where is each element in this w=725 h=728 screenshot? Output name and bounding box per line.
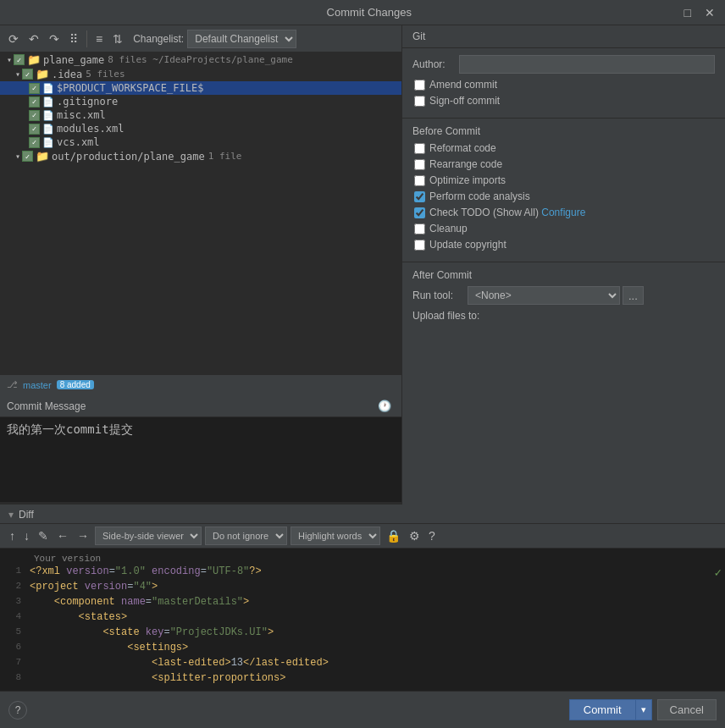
cancel-button[interactable]: Cancel bbox=[657, 699, 717, 720]
arrow-idea: ▾ bbox=[15, 69, 20, 79]
diff-collapse-button[interactable]: ▾ bbox=[7, 509, 15, 521]
reformat-checkbox[interactable] bbox=[414, 143, 425, 154]
upload-label: Upload files to: bbox=[412, 310, 479, 322]
checkbox-product[interactable] bbox=[29, 83, 40, 94]
diff-line-1: 1 <?xml version="1.0" encoding="UTF-8"?>… bbox=[0, 565, 725, 581]
update-copyright-row: Update copyright bbox=[412, 239, 715, 251]
author-section: Author: Amend commit Sign-off commit bbox=[402, 48, 725, 119]
checkbox-root[interactable] bbox=[14, 54, 25, 65]
tree-text-product: $PRODUCT_WORKSPACE_FILE$ bbox=[57, 82, 203, 94]
tree-item-idea[interactable]: ▾ 📁 .idea 5 files bbox=[0, 67, 401, 81]
commit-message-input[interactable]: 我的第一次commit提交 bbox=[0, 417, 401, 502]
checkbox-gitignore[interactable] bbox=[29, 97, 40, 108]
tree-item-misc[interactable]: 📄 misc.xml bbox=[0, 108, 401, 122]
diff-line-num-2: 2 bbox=[0, 581, 30, 591]
folder-icon-idea: 📁 bbox=[36, 68, 49, 80]
diff-next-button[interactable]: → bbox=[75, 527, 91, 544]
commit-message-clock-button[interactable]: 🕐 bbox=[374, 398, 395, 414]
commit-button[interactable]: Commit bbox=[569, 699, 635, 720]
checkbox-modules[interactable] bbox=[29, 124, 40, 135]
git-tab[interactable]: Git bbox=[402, 25, 725, 48]
diff-line-6: 6 <settings> bbox=[0, 642, 725, 657]
optimize-checkbox[interactable] bbox=[414, 175, 425, 186]
help-button[interactable]: ? bbox=[8, 701, 27, 720]
diff-ignore-select[interactable]: Do not ignore bbox=[205, 527, 287, 545]
expand-button[interactable]: ≡ bbox=[92, 30, 106, 47]
diff-edit-button[interactable]: ✎ bbox=[36, 527, 51, 544]
cleanup-checkbox[interactable] bbox=[414, 223, 425, 234]
check-todo-row: Check TODO (Show All) Configure bbox=[412, 207, 715, 218]
diff-up-button[interactable]: ↑ bbox=[7, 527, 18, 544]
minimize-button[interactable]: □ bbox=[681, 6, 695, 19]
diff-help-button[interactable]: ? bbox=[426, 527, 438, 544]
diff-line-8: 8 <splitter-proportions> bbox=[0, 672, 725, 687]
cleanup-row: Cleanup bbox=[412, 223, 715, 234]
optimize-label: Optimize imports bbox=[429, 174, 506, 186]
diff-toolbar: ↑ ↓ ✎ ← → Side-by-side viewer Do not ign… bbox=[0, 524, 725, 549]
run-tool-dots-button[interactable]: ... bbox=[623, 286, 644, 305]
changelist-select[interactable]: Default Changelist bbox=[187, 30, 296, 48]
diff-prev-button[interactable]: ← bbox=[54, 527, 71, 544]
signoff-row: Sign-off commit bbox=[412, 95, 715, 107]
reformat-label: Reformat code bbox=[429, 142, 496, 154]
diff-viewer-select[interactable]: Side-by-side viewer bbox=[95, 527, 202, 545]
diff-code: Your version 1 <?xml version="1.0" encod… bbox=[0, 549, 725, 691]
run-tool-select[interactable]: <None> bbox=[468, 286, 620, 305]
amend-commit-checkbox[interactable] bbox=[414, 80, 425, 91]
update-copyright-checkbox[interactable] bbox=[414, 240, 425, 251]
diff-line-content-1: <?xml version="1.0" encoding="UTF-8"?> bbox=[30, 565, 715, 577]
rearrange-checkbox[interactable] bbox=[414, 159, 425, 170]
diff-down-button[interactable]: ↓ bbox=[21, 527, 32, 544]
tree-item-gitignore[interactable]: 📄 .gitignore bbox=[0, 95, 401, 108]
author-row: Author: bbox=[412, 55, 715, 74]
sort-button[interactable]: ⇅ bbox=[109, 30, 126, 47]
check-todo-checkbox[interactable] bbox=[414, 207, 425, 218]
diff-line-content-6: <settings> bbox=[30, 642, 725, 654]
diff-line-num-6: 6 bbox=[0, 642, 30, 652]
after-commit-title: After Commit bbox=[412, 269, 715, 281]
diff-line-content-7: <last-edited>13</last-edited> bbox=[30, 657, 725, 669]
diff-line-num-1: 1 bbox=[0, 565, 30, 576]
perform-code-checkbox[interactable] bbox=[414, 191, 425, 202]
checkbox-vcs[interactable] bbox=[29, 137, 40, 148]
signoff-checkbox[interactable] bbox=[414, 96, 425, 107]
redo-button[interactable]: ↷ bbox=[46, 30, 63, 47]
tree-text-vcs: vcs.xml bbox=[57, 136, 100, 148]
diff-header: ▾ Diff bbox=[0, 506, 725, 524]
diff-line-4: 4 <states> bbox=[0, 611, 725, 626]
file-icon-vcs: 📄 bbox=[42, 137, 54, 148]
title-bar: Commit Changes □ ✕ bbox=[0, 0, 725, 25]
diff-check-1: ✓ bbox=[715, 565, 725, 580]
badge-out: 1 file bbox=[208, 151, 242, 162]
author-input[interactable] bbox=[459, 55, 715, 74]
branch-bar: ⎇ master 8 added bbox=[0, 374, 401, 394]
diff-line-content-5: <state key="ProjectJDKs.UI"> bbox=[30, 626, 725, 638]
diff-highlight-select[interactable]: Highlight words bbox=[291, 527, 380, 545]
tree-item-product[interactable]: 📄 $PRODUCT_WORKSPACE_FILE$ bbox=[0, 81, 401, 95]
settings-button[interactable]: ⠿ bbox=[66, 30, 81, 47]
tree-item-vcs[interactable]: 📄 vcs.xml bbox=[0, 135, 401, 149]
tree-item-root[interactable]: ▾ 📁 plane_game 8 files ~/IdeaProjects/pl… bbox=[0, 52, 401, 67]
diff-gear-button[interactable]: ⚙ bbox=[407, 527, 423, 544]
signoff-label: Sign-off commit bbox=[429, 95, 500, 107]
update-copyright-label: Update copyright bbox=[429, 239, 506, 251]
commit-dropdown-button[interactable]: ▾ bbox=[635, 699, 652, 720]
diff-lock-button[interactable]: 🔒 bbox=[384, 527, 403, 544]
checkbox-misc[interactable] bbox=[29, 110, 40, 121]
close-button[interactable]: ✕ bbox=[701, 6, 718, 19]
file-icon-modules: 📄 bbox=[42, 124, 54, 135]
tree-item-modules[interactable]: 📄 modules.xml bbox=[0, 122, 401, 135]
tree-item-out[interactable]: ▾ 📁 out/production/plane_game 1 file bbox=[0, 149, 401, 163]
undo-button[interactable]: ↶ bbox=[25, 30, 42, 47]
configure-link[interactable]: Configure bbox=[541, 207, 585, 218]
checkbox-idea[interactable] bbox=[22, 69, 33, 80]
check-todo-label: Check TODO (Show All) Configure bbox=[429, 207, 585, 218]
diff-line-num-4: 4 bbox=[0, 611, 30, 621]
diff-line-content-8: <splitter-proportions> bbox=[30, 672, 725, 684]
refresh-button[interactable]: ⟳ bbox=[5, 30, 22, 47]
badge-root: 8 files ~/IdeaProjects/plane_game bbox=[108, 54, 293, 65]
author-label: Author: bbox=[412, 58, 459, 70]
checkbox-out[interactable] bbox=[22, 151, 33, 162]
tree-text-root: plane_game bbox=[43, 54, 104, 66]
toolbar-separator bbox=[86, 30, 87, 47]
